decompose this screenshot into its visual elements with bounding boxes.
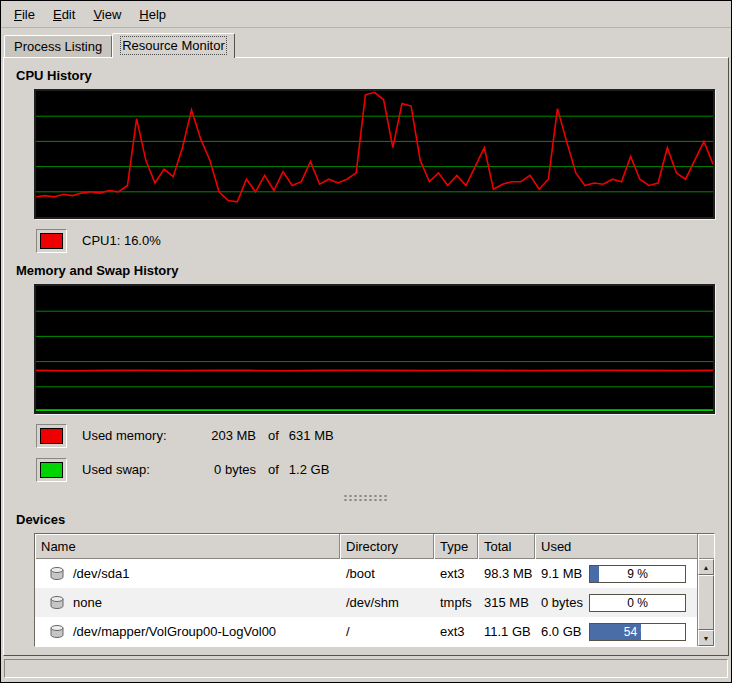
device-directory: /dev/shm (340, 595, 434, 610)
system-monitor-window: File Edit View Help Process Listing Reso… (0, 0, 732, 683)
progress-percent-label: 54 % (590, 624, 685, 640)
device-used: 6.0 GB (541, 624, 581, 639)
device-directory: /boot (340, 566, 434, 581)
tab-resource-monitor-label: Resource Monitor (122, 38, 225, 53)
usage-progress-bar: 0 % (589, 594, 686, 612)
tab-bar: Process Listing Resource Monitor (1, 28, 731, 57)
memory-swap-history-title: Memory and Swap History (16, 263, 728, 278)
devices-table: Name Directory Type Total Used /dev/sda (34, 533, 715, 647)
scrollbar-trough[interactable] (698, 575, 714, 630)
tab-process-listing[interactable]: Process Listing (4, 35, 112, 57)
devices-table-header: Name Directory Type Total Used (35, 534, 697, 559)
device-total: 11.1 GB (478, 624, 535, 639)
device-used: 0 bytes (541, 595, 583, 610)
tab-process-listing-label: Process Listing (14, 39, 102, 54)
devices-title: Devices (16, 512, 728, 527)
swap-color-swatch (36, 458, 67, 482)
cpu-color-swatch (36, 229, 67, 253)
device-name: /dev/mapper/VolGroup00-LogVol00 (73, 624, 276, 639)
memory-used-value: 203 MB (190, 428, 256, 443)
device-type: ext3 (434, 624, 478, 639)
cpu-legend: CPU1: 16.0% (36, 228, 728, 253)
memory-of-text: of (268, 428, 279, 443)
menu-edit[interactable]: Edit (44, 2, 84, 27)
device-row-volgroup[interactable]: /dev/mapper/VolGroup00-LogVol00 / ext3 1… (35, 617, 697, 646)
tab-resource-monitor[interactable]: Resource Monitor (112, 33, 235, 58)
column-header-type[interactable]: Type (434, 534, 478, 559)
device-type: tmpfs (434, 595, 478, 610)
swap-used-value: 0 bytes (190, 462, 256, 477)
memory-legend-label: Used memory: (82, 428, 190, 443)
memory-legend: Used memory: 203 MB of 631 MB (36, 423, 728, 448)
swap-legend-label: Used swap: (82, 462, 190, 477)
scroll-up-button[interactable]: ▲ (698, 559, 714, 575)
progress-percent-label: 9 % (590, 566, 685, 582)
device-row-sda1[interactable]: /dev/sda1 /boot ext3 98.3 MB 9.1 MB 9 % (35, 559, 697, 588)
progress-percent-label: 0 % (590, 595, 685, 611)
device-total: 98.3 MB (478, 566, 535, 581)
memory-swap-history-graph (34, 284, 715, 414)
column-header-name[interactable]: Name (35, 534, 340, 559)
menu-bar: File Edit View Help (1, 1, 731, 28)
cpu-history-title: CPU History (16, 68, 728, 83)
drive-icon (49, 595, 65, 611)
scroll-down-button[interactable]: ▼ (698, 630, 714, 646)
vertical-scrollbar: ▲ ▼ (697, 534, 714, 646)
device-type: ext3 (434, 566, 478, 581)
menu-file[interactable]: File (5, 2, 44, 27)
usage-progress-bar: 54 % (589, 623, 686, 641)
drive-icon (49, 624, 65, 640)
drive-icon (49, 566, 65, 582)
menu-view[interactable]: View (84, 2, 130, 27)
devices-table-body: /dev/sda1 /boot ext3 98.3 MB 9.1 MB 9 % (35, 559, 697, 646)
status-bar (4, 659, 728, 678)
cpu-swatch-color (40, 233, 63, 249)
swap-swatch-color (40, 462, 63, 478)
devices-table-content: Name Directory Type Total Used /dev/sda (35, 534, 697, 646)
pane-resize-grip[interactable] (343, 494, 389, 502)
resource-monitor-panel: CPU History CPU1: 16.0% Memory and Swap … (3, 57, 729, 656)
cpu-legend-label: CPU1: 16.0% (82, 233, 161, 248)
device-used: 9.1 MB (541, 566, 582, 581)
column-header-total[interactable]: Total (478, 534, 535, 559)
swap-legend: Used swap: 0 bytes of 1.2 GB (36, 457, 728, 482)
cpu-history-graph (34, 89, 715, 219)
scrollbar-header-spacer (698, 534, 714, 559)
device-name: none (73, 595, 102, 610)
memory-swatch-color (40, 428, 63, 444)
swap-of-text: of (268, 462, 279, 477)
usage-progress-bar: 9 % (589, 565, 686, 583)
device-name: /dev/sda1 (73, 566, 129, 581)
memory-color-swatch (36, 424, 67, 448)
column-header-directory[interactable]: Directory (340, 534, 434, 559)
menu-help[interactable]: Help (130, 2, 175, 27)
memory-total-value: 631 MB (289, 428, 334, 443)
column-header-used[interactable]: Used (535, 534, 697, 559)
device-row-none[interactable]: none /dev/shm tmpfs 315 MB 0 bytes 0 % (35, 588, 697, 617)
swap-total-value: 1.2 GB (289, 462, 329, 477)
device-directory: / (340, 624, 434, 639)
device-total: 315 MB (478, 595, 535, 610)
scrollbar-thumb[interactable] (698, 575, 714, 630)
